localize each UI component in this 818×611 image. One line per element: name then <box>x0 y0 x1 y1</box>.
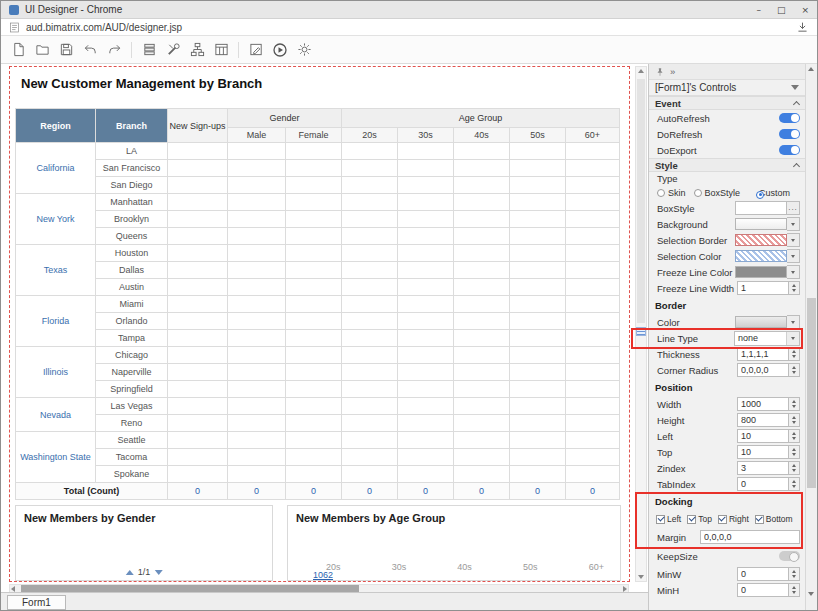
page-up-icon[interactable] <box>126 570 134 575</box>
grid-row: Springfield <box>16 381 620 398</box>
canvas-vertical-scrollbar[interactable] <box>635 66 647 582</box>
radio-skin[interactable]: Skin <box>657 188 686 198</box>
line-type-dropdown-button[interactable] <box>786 332 799 345</box>
grid-cell <box>398 245 454 262</box>
scroll-down-icon[interactable] <box>638 575 644 579</box>
doexport-toggle[interactable] <box>779 145 800 155</box>
scroll-left-icon[interactable] <box>11 586 15 592</box>
background-dropdown-button[interactable] <box>787 217 800 231</box>
scroll-up-icon[interactable] <box>808 67 814 71</box>
dock-bottom-checkbox[interactable]: Bottom <box>755 514 793 524</box>
expand-panel-button[interactable]: » <box>670 66 675 77</box>
border-color-dropdown-button[interactable] <box>787 315 800 329</box>
selection-border-swatch[interactable] <box>735 234 787 246</box>
width-input[interactable] <box>737 397 789 411</box>
save-button[interactable] <box>55 39 77 61</box>
prop-row-selection-color: Selection Color <box>649 248 805 264</box>
minimize-button[interactable]: – <box>756 5 761 15</box>
margin-input[interactable] <box>700 530 800 544</box>
section-event[interactable]: Event <box>649 96 805 110</box>
top-input[interactable] <box>737 445 789 459</box>
selection-color-swatch[interactable] <box>735 250 787 262</box>
undo-button[interactable] <box>79 39 101 61</box>
scroll-down-icon[interactable] <box>808 592 814 596</box>
age-chart[interactable]: New Members by Age Group 20s 30s 40s 50s… <box>287 505 621 581</box>
spinner[interactable] <box>789 477 800 491</box>
zindex-input[interactable] <box>737 461 789 475</box>
boxstyle-browse-button[interactable]: ... <box>787 201 800 215</box>
redo-button[interactable] <box>103 39 125 61</box>
hierarchy-button[interactable] <box>186 39 208 61</box>
spinner[interactable] <box>789 281 800 295</box>
left-input[interactable] <box>737 429 789 443</box>
radio-custom[interactable]: Custom <box>748 188 790 198</box>
customer-grid[interactable]: Region Branch New Sign-ups Gender Age Gr… <box>15 108 620 500</box>
scroll-up-icon[interactable] <box>638 69 644 73</box>
spinner[interactable] <box>789 363 800 377</box>
pin-icon[interactable] <box>655 67 665 77</box>
freeze-line-color-swatch[interactable] <box>735 266 787 278</box>
close-button[interactable]: × <box>801 5 809 15</box>
panel-scrollbar-thumb[interactable] <box>807 298 816 488</box>
spinner[interactable] <box>789 567 800 581</box>
spinner[interactable] <box>789 445 800 459</box>
selection-border-dropdown-button[interactable] <box>787 233 800 247</box>
grid-cell <box>342 381 398 398</box>
section-style[interactable]: Style <box>649 158 805 172</box>
edit-button[interactable] <box>245 39 267 61</box>
tools-button[interactable] <box>162 39 184 61</box>
scroll-right-icon[interactable] <box>623 586 627 592</box>
tab-form1[interactable]: Form1 <box>7 595 66 610</box>
spinner[interactable] <box>789 461 800 475</box>
corner-radius-input[interactable] <box>737 363 789 377</box>
horizontal-scrollbar[interactable] <box>9 584 629 592</box>
chevron-down-icon <box>791 223 795 226</box>
spinner[interactable] <box>789 583 800 597</box>
minw-input[interactable] <box>737 567 789 581</box>
new-file-button[interactable] <box>7 39 29 61</box>
controls-selector[interactable]: [Form1]'s Controls <box>649 80 805 96</box>
dorefresh-toggle[interactable] <box>779 129 800 139</box>
grid-cell <box>168 245 228 262</box>
radio-boxstyle[interactable]: BoxStyle <box>694 188 741 198</box>
grid-cell <box>398 194 454 211</box>
autorefresh-toggle[interactable] <box>779 113 800 123</box>
spinner[interactable] <box>789 413 800 427</box>
spinner[interactable] <box>789 397 800 411</box>
panel-scrollbar[interactable] <box>805 64 817 610</box>
dock-top-checkbox[interactable]: Top <box>687 514 712 524</box>
branch-cell: Tampa <box>96 330 168 347</box>
design-surface[interactable]: New Customer Management by Branch Region… <box>1 64 648 592</box>
data-stack-button[interactable] <box>138 39 160 61</box>
run-button[interactable] <box>269 39 291 61</box>
keepsize-toggle[interactable] <box>779 551 800 561</box>
branch-cell: Chicago <box>96 347 168 364</box>
background-swatch[interactable] <box>735 218 787 230</box>
export-grid-button[interactable] <box>210 39 232 61</box>
spinner[interactable] <box>789 347 800 361</box>
selection-color-dropdown-button[interactable] <box>787 249 800 263</box>
thickness-input[interactable] <box>737 347 789 361</box>
scrollbar-splitter[interactable] <box>636 327 646 336</box>
freeze-line-color-dropdown-button[interactable] <box>787 265 800 279</box>
canvas-scrollbar-thumb[interactable] <box>637 79 645 323</box>
dock-left-checkbox[interactable]: Left <box>656 514 681 524</box>
tabindex-input[interactable] <box>737 477 789 491</box>
maximize-button[interactable]: □ <box>777 5 786 15</box>
spinner[interactable] <box>789 429 800 443</box>
settings-button[interactable] <box>293 39 315 61</box>
dock-right-checkbox[interactable]: Right <box>718 514 749 524</box>
height-input[interactable] <box>737 413 789 427</box>
gender-chart[interactable]: New Members by Gender 1/1 <box>15 505 273 581</box>
border-color-swatch[interactable] <box>735 316 787 328</box>
open-folder-button[interactable] <box>31 39 53 61</box>
horizontal-scrollbar-thumb[interactable] <box>21 585 359 592</box>
grid-cell <box>566 177 620 194</box>
download-button[interactable] <box>796 21 809 34</box>
line-type-select[interactable]: none <box>734 331 800 346</box>
branch-cell: Tacoma <box>96 449 168 466</box>
freeze-line-width-input[interactable] <box>737 281 789 295</box>
page-down-icon[interactable] <box>154 570 162 575</box>
minh-input[interactable] <box>737 583 789 597</box>
boxstyle-input[interactable] <box>735 201 787 215</box>
